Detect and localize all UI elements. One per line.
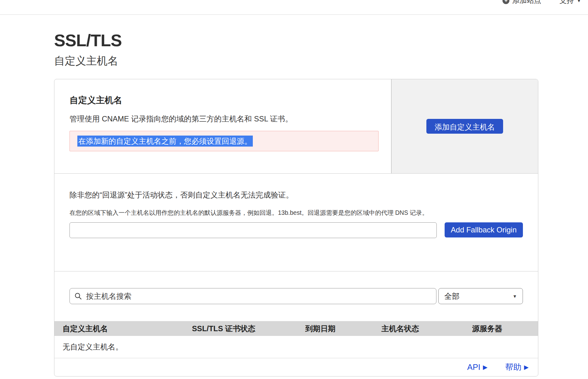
add-fallback-origin-button[interactable]: Add Fallback Origin (445, 222, 523, 237)
plus-circle-icon: + (502, 0, 509, 4)
hostname-search-input[interactable] (69, 288, 436, 304)
fallback-notice: 除非您的“回退源”处于活动状态，否则自定义主机名无法完成验证。 (69, 190, 523, 200)
api-link[interactable]: API ▶ (467, 362, 488, 372)
table-empty-row: 无自定义主机名。 (54, 336, 538, 358)
fallback-warning-box: 在添加新的自定义主机名之前，您必须设置回退源。 (69, 131, 379, 151)
arrow-right-icon: ▶ (524, 364, 529, 370)
fallback-hint: 在您的区域下输入一个主机名以用作您的主机名的默认源服务器，例如回退。13b.be… (69, 209, 523, 217)
search-icon (75, 293, 82, 301)
fallback-origin-input[interactable] (69, 222, 437, 238)
status-filter-value: 全部 (444, 291, 459, 301)
table-footer: API ▶ 帮助 ▶ (54, 358, 538, 376)
column-header-origin-server: 源服务器 (436, 324, 538, 334)
column-header-custom-hostname: 自定义主机名 (54, 324, 170, 334)
top-navigation-bar: + 添加站点 支持 ▼ (0, 0, 588, 15)
custom-hostnames-section: 自定义主机名 管理使用 CNAME 记录指向您的域的第三方的主机名和 SSL 证… (54, 79, 538, 174)
chevron-down-icon: ▼ (513, 294, 517, 299)
column-header-hostname-status: 主机名状态 (364, 324, 436, 334)
add-custom-hostname-button[interactable]: 添加自定义主机名 (426, 119, 503, 134)
fallback-warning-text: 在添加新的自定义主机名之前，您必须设置回退源。 (77, 136, 253, 147)
status-filter-select[interactable]: 全部 ▼ (438, 288, 523, 304)
custom-hostnames-card: 自定义主机名 管理使用 CNAME 记录指向您的域的第三方的主机名和 SSL 证… (54, 79, 538, 376)
support-menu[interactable]: 支持 ▼ (559, 0, 581, 5)
card-action-panel: 添加自定义主机名 (391, 79, 538, 173)
support-label: 支持 (559, 0, 574, 5)
page-title: SSL/TLS (54, 31, 538, 50)
column-header-expiry-date: 到期日期 (277, 324, 364, 334)
card-title: 自定义主机名 (69, 94, 379, 106)
help-link[interactable]: 帮助 ▶ (505, 362, 529, 373)
empty-message: 无自定义主机名。 (63, 342, 123, 352)
hostname-table-section: 全部 ▼ 自定义主机名 SSL/TLS 证书状态 到期日期 主机名状态 源服务器… (54, 271, 538, 376)
arrow-right-icon: ▶ (483, 364, 488, 370)
fallback-origin-section: 除非您的“回退源”处于活动状态，否则自定义主机名无法完成验证。 在您的区域下输入… (54, 174, 538, 271)
chevron-down-icon: ▼ (577, 0, 581, 3)
table-header-row: 自定义主机名 SSL/TLS 证书状态 到期日期 主机名状态 源服务器 (54, 321, 538, 336)
card-description: 管理使用 CNAME 记录指向您的域的第三方的主机名和 SSL 证书。 (69, 114, 379, 124)
add-site-button[interactable]: + 添加站点 (502, 0, 541, 5)
add-site-label: 添加站点 (512, 0, 541, 5)
page-subtitle: 自定义主机名 (54, 54, 538, 68)
column-header-ssl-status: SSL/TLS 证书状态 (170, 324, 277, 334)
